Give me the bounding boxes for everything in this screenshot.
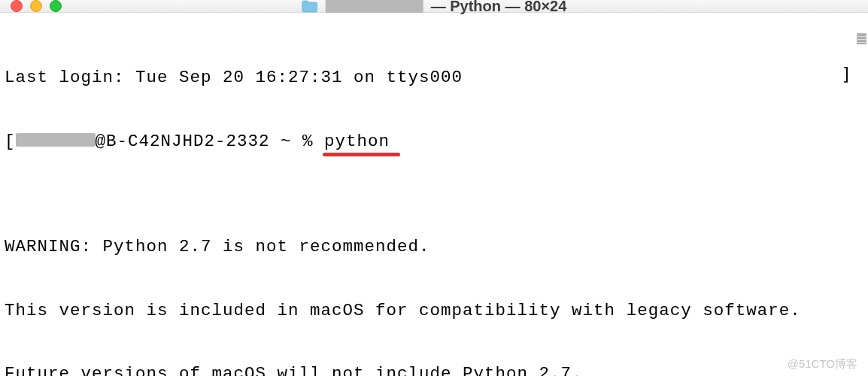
maximize-button[interactable]	[50, 0, 62, 12]
redacted-title-path	[326, 0, 423, 13]
warning-line-1: WARNING: Python 2.7 is not recommended.	[5, 236, 863, 257]
watermark: @51CTO博客	[788, 357, 857, 371]
folder-icon	[302, 0, 318, 13]
warning-line-3: Future versions of macOS will not includ…	[5, 363, 863, 376]
terminal-content[interactable]: Last login: Tue Sep 20 16:27:31 on ttys0…	[0, 13, 868, 376]
prompt-line: [@B-C42NJHD2-2332 ~ % python	[5, 131, 863, 152]
traffic-lights	[11, 0, 62, 12]
titlebar: — Python — 80×24	[0, 0, 868, 13]
terminal-window: — Python — 80×24 ] Last login: Tue Sep 2…	[0, 0, 868, 376]
command-text: python	[324, 131, 390, 152]
minimize-button[interactable]	[30, 0, 42, 12]
warning-line-2: This version is included in macOS for co…	[5, 300, 863, 321]
redacted-username	[16, 133, 96, 147]
last-login-line: Last login: Tue Sep 20 16:27:31 on ttys0…	[5, 67, 863, 88]
prompt-tail: @B-C42NJHD2-2332 ~ %	[96, 132, 325, 151]
close-button[interactable]	[11, 0, 23, 12]
prompt-bracket: [	[5, 132, 16, 151]
